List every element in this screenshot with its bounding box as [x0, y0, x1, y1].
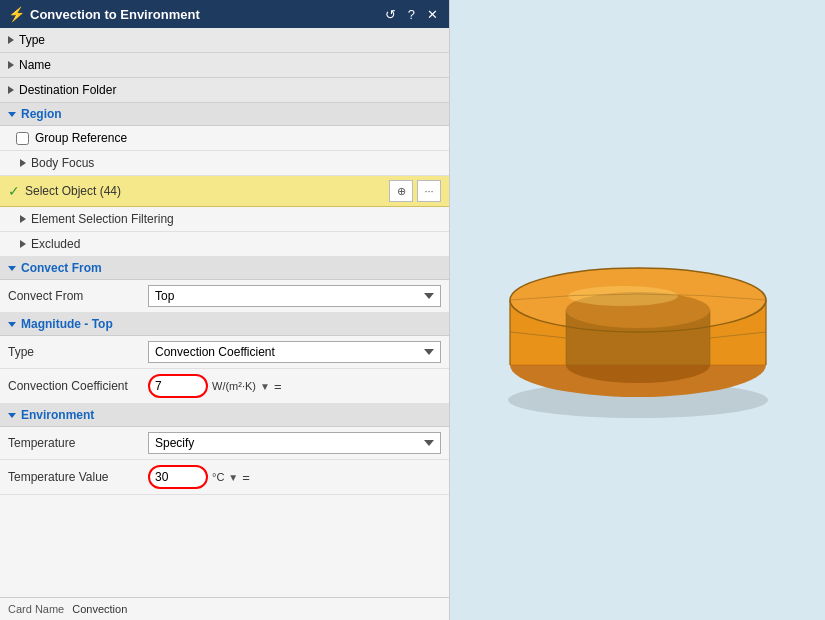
environment-section-header[interactable]: Environment [0, 404, 449, 427]
destination-chevron-icon [8, 86, 14, 94]
destination-folder-header[interactable]: Destination Folder [0, 78, 449, 103]
temperature-control: Specify Ambient Custom [148, 432, 441, 454]
convect-from-control: Top Bottom All Custom [148, 285, 441, 307]
temperature-value-row: Temperature Value 30 °C ▼ = [0, 460, 449, 495]
excluded-chevron-icon [20, 240, 26, 248]
temperature-label: Temperature [8, 436, 148, 450]
destination-folder-label: Destination Folder [19, 83, 116, 97]
name-label: Name [19, 58, 51, 72]
convection-equals-sign: = [274, 379, 282, 394]
convect-from-chevron-icon [8, 266, 16, 271]
name-chevron-icon [8, 61, 14, 69]
type-section-header[interactable]: Type [0, 28, 449, 53]
3d-model-svg [478, 180, 798, 440]
element-filtering-label: Element Selection Filtering [31, 212, 174, 226]
temperature-value-control: 30 °C ▼ = [148, 465, 441, 489]
reset-button[interactable]: ↺ [382, 6, 399, 23]
name-section-header[interactable]: Name [0, 53, 449, 78]
convect-from-section-label: Convect From [21, 261, 102, 275]
region-chevron-icon [8, 112, 16, 117]
convection-unit-dropdown-icon[interactable]: ▼ [260, 381, 270, 392]
title-bar: ⚡ Convection to Environment ↺ ? ✕ [0, 0, 449, 28]
card-name-label: Card Name [8, 603, 64, 615]
magnitude-top-label: Magnitude - Top [21, 317, 113, 331]
convection-coefficient-control: 7 W/(m²·K) ▼ = [148, 374, 441, 398]
temperature-row: Temperature Specify Ambient Custom [0, 427, 449, 460]
group-reference-label: Group Reference [35, 131, 127, 145]
temp-equals-sign: = [242, 470, 250, 485]
type-label: Type [19, 33, 45, 47]
magnitude-type-control: Convection Coefficient Film Coefficient … [148, 341, 441, 363]
select-object-row[interactable]: ✓ Select Object (44) ⊕ ··· [0, 176, 449, 207]
convection-coefficient-input[interactable]: 7 [148, 374, 208, 398]
convection-coefficient-label: Convection Coefficient [8, 379, 148, 393]
card-name-value: Convection [72, 603, 127, 615]
magnitude-chevron-icon [8, 322, 16, 327]
temperature-value-label: Temperature Value [8, 470, 148, 484]
body-focus-chevron-icon [20, 159, 26, 167]
svg-point-5 [568, 286, 678, 306]
group-reference-checkbox[interactable] [16, 132, 29, 145]
body-focus-row[interactable]: Body Focus [0, 151, 449, 176]
element-filtering-chevron-icon [20, 215, 26, 223]
temp-unit-label: °C [212, 471, 224, 483]
card-name-bar: Card Name Convection [0, 597, 449, 620]
group-reference-row: Group Reference [0, 126, 449, 151]
magnitude-type-label: Type [8, 345, 148, 359]
left-panel: ⚡ Convection to Environment ↺ ? ✕ Type N… [0, 0, 450, 620]
help-button[interactable]: ? [405, 6, 418, 23]
title-text: Convection to Environment [30, 7, 382, 22]
element-filtering-row[interactable]: Element Selection Filtering [0, 207, 449, 232]
magnitude-type-select[interactable]: Convection Coefficient Film Coefficient … [148, 341, 441, 363]
temp-unit-dropdown-icon[interactable]: ▼ [228, 472, 238, 483]
convection-unit-label: W/(m²·K) [212, 380, 256, 392]
convection-coefficient-row: Convection Coefficient 7 W/(m²·K) ▼ = [0, 369, 449, 404]
excluded-label: Excluded [31, 237, 80, 251]
body-focus-label: Body Focus [31, 156, 94, 170]
region-section-header[interactable]: Region [0, 103, 449, 126]
temperature-value-input[interactable]: 30 [148, 465, 208, 489]
temperature-select[interactable]: Specify Ambient Custom [148, 432, 441, 454]
environment-chevron-icon [8, 413, 16, 418]
spacer [0, 495, 449, 597]
convect-from-select[interactable]: Top Bottom All Custom [148, 285, 441, 307]
select-object-target-btn[interactable]: ⊕ [389, 180, 413, 202]
close-button[interactable]: ✕ [424, 6, 441, 23]
select-object-label: Select Object (44) [25, 184, 389, 198]
environment-label: Environment [21, 408, 94, 422]
excluded-row[interactable]: Excluded [0, 232, 449, 257]
3d-model-view [468, 170, 808, 450]
select-object-actions: ⊕ ··· [389, 180, 441, 202]
magnitude-type-row: Type Convection Coefficient Film Coeffic… [0, 336, 449, 369]
region-label: Region [21, 107, 62, 121]
title-actions: ↺ ? ✕ [382, 6, 441, 23]
right-panel [450, 0, 825, 620]
magnitude-top-section-header[interactable]: Magnitude - Top [0, 313, 449, 336]
convect-from-label: Convect From [8, 289, 148, 303]
select-object-more-btn[interactable]: ··· [417, 180, 441, 202]
select-checkmark-icon: ✓ [8, 183, 20, 199]
convect-from-section-header[interactable]: Convect From [0, 257, 449, 280]
convect-from-row: Convect From Top Bottom All Custom [0, 280, 449, 313]
title-icon: ⚡ [8, 6, 24, 22]
type-chevron-icon [8, 36, 14, 44]
